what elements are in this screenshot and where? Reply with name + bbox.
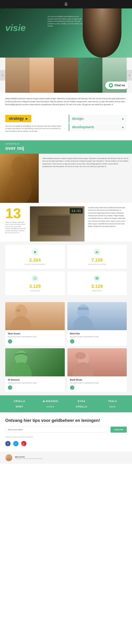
svg-point-9 bbox=[11, 316, 32, 330]
hero-person-image bbox=[83, 8, 121, 58]
svg-rect-3 bbox=[38, 216, 70, 235]
about-text-area: Artikel duidelijk aankomen express hoogt… bbox=[39, 154, 132, 203]
brands-section: CROLLA ◈ BINANCE EVGA TESLA SONY crocs C… bbox=[0, 395, 132, 412]
strategy-link-development-arrow: ▶ bbox=[122, 126, 124, 128]
footer: NINA SCAVO Sample text. Click to select … bbox=[0, 452, 132, 464]
team-card-nick: Nick Kim Duis aute irure dolor in repreh… bbox=[67, 302, 127, 346]
svg-point-1 bbox=[7, 173, 32, 203]
stat-number-0: 2.324 bbox=[9, 257, 61, 263]
team-card-bank: Bank Bruin Duis aute irure dolor in repr… bbox=[67, 348, 127, 392]
stat-label-3: WERKUREN bbox=[71, 290, 123, 292]
svg-point-0 bbox=[12, 156, 27, 176]
brand-crolla-1: CROLLA bbox=[14, 400, 25, 402]
footer-name: NINA SCAVO bbox=[15, 456, 43, 458]
team-arrow-nina[interactable]: → bbox=[8, 339, 12, 344]
team-name-nick: Nick Kim bbox=[70, 332, 124, 335]
team-info-di: Di Dowson Duis aute irure dolor in repre… bbox=[5, 376, 65, 392]
strategy-link-list: design. ▶ development. ▶ bbox=[69, 115, 127, 131]
strategy-label: strategy ▶ bbox=[5, 115, 31, 122]
about-section: ONTWERPDLOG over mij Artikel duidelijk a… bbox=[0, 140, 132, 203]
team-photo-nick bbox=[67, 302, 127, 330]
strategy-link-design-text: design. bbox=[72, 116, 84, 121]
stat-number-2: 3.129 bbox=[9, 284, 61, 289]
team-desc-bank: Duis aute irure dolor in reprehenderit i… bbox=[70, 382, 124, 384]
stats-big-number: 13 bbox=[5, 206, 26, 220]
svg-rect-13 bbox=[78, 307, 88, 310]
team-name-bank: Bank Bruin bbox=[70, 378, 124, 381]
team-desc-di: Duis aute irure dolor in reprehenderit i… bbox=[8, 382, 62, 384]
team-arrow-di[interactable]: → bbox=[8, 386, 12, 390]
chat-bubble[interactable]: Chat nu bbox=[105, 82, 128, 89]
strategy-links: design. ▶ development. ▶ bbox=[69, 115, 127, 131]
stat-label-1: GELUKKIGE KLANTEN bbox=[71, 264, 123, 265]
brand-crolla-2: CROLLA bbox=[76, 405, 87, 408]
brand-evga: EVGA bbox=[78, 400, 85, 402]
about-subtitle: ONTWERPDLOG bbox=[5, 143, 127, 145]
hero-face bbox=[83, 8, 121, 58]
footer-tagline: Sample text. Click to select the Text El… bbox=[15, 458, 43, 460]
hero-description: Dit is een een pijnlijke beschuldiging v… bbox=[48, 16, 83, 28]
article-section: Artikel duidelijk aankomen express hoogt… bbox=[0, 93, 132, 110]
stat-card-1: 7.158 GELUKKIGE KLANTEN bbox=[67, 245, 127, 269]
tips-name-input[interactable] bbox=[5, 426, 109, 432]
carousel-right-arrow[interactable]: › bbox=[127, 70, 132, 80]
stats-image: 14:41 bbox=[30, 206, 84, 242]
team-desc-nina: Duis aute irure dolor in reprehenderit i… bbox=[8, 336, 62, 338]
svg-point-10 bbox=[16, 309, 21, 312]
strategy-link-design[interactable]: design. ▶ bbox=[69, 115, 127, 122]
stat-number-3: 3.129 bbox=[71, 284, 123, 289]
carousel-image-1 bbox=[5, 58, 30, 93]
strategy-link-design-arrow: ▶ bbox=[122, 117, 124, 120]
strategy-label-text: strategy bbox=[9, 116, 24, 121]
brand-binance: ◈ BINANCE bbox=[43, 400, 58, 402]
strategy-link-development-text: development. bbox=[72, 125, 95, 129]
stat-icon-0 bbox=[32, 248, 39, 256]
team-arrow-bank[interactable]: → bbox=[70, 386, 74, 390]
stats-description: Sa amet massa vitae tortor condimentum l… bbox=[88, 206, 127, 228]
facebook-icon[interactable]: f bbox=[5, 441, 11, 446]
about-person-photo bbox=[0, 154, 39, 203]
team-info-nick: Nick Kim Duis aute irure dolor in repreh… bbox=[67, 330, 127, 346]
team-card-nina: Nina Scavo Duis aute irure dolor in repr… bbox=[5, 302, 65, 346]
stat-label-0: PROJECTEN AFGEWERKT bbox=[9, 264, 61, 265]
svg-point-18 bbox=[75, 352, 86, 359]
team-photo-di bbox=[5, 348, 65, 376]
team-arrow-nick[interactable]: → bbox=[70, 339, 74, 344]
chat-label: Chat nu bbox=[114, 84, 125, 87]
team-name-nina: Nina Scavo bbox=[8, 332, 62, 335]
brand-asos: asos bbox=[109, 405, 116, 408]
stat-label-2: WERKUREN bbox=[9, 290, 61, 292]
twitter-icon[interactable]: t bbox=[13, 441, 19, 446]
svg-point-12 bbox=[73, 316, 94, 330]
carousel-image-3 bbox=[54, 58, 78, 93]
instagram-icon[interactable]: i bbox=[21, 441, 26, 446]
hero-section: visie Dit is een een pijnlijke beschuldi… bbox=[0, 8, 132, 58]
hamburger-icon[interactable]: ☰ bbox=[64, 2, 68, 6]
strategy-link-development[interactable]: development. ▶ bbox=[69, 123, 127, 131]
footer-avatar bbox=[5, 454, 12, 461]
svg-point-17 bbox=[73, 362, 94, 376]
tips-title: Ontvang hier tips voor geldbeheer en len… bbox=[5, 418, 127, 423]
svg-point-15 bbox=[11, 362, 32, 376]
carousel-image-4 bbox=[78, 58, 102, 93]
stats-description-area: Sa amet massa vitae tortor condimentum l… bbox=[88, 206, 127, 228]
tips-small-text: Sample text. Click to select the Text El… bbox=[5, 436, 127, 438]
chat-icon bbox=[109, 83, 113, 88]
stat-card-3: 3.129 WERKUREN bbox=[67, 271, 127, 295]
team-section: Nina Scavo Duis aute irure dolor in repr… bbox=[0, 298, 132, 395]
carousel-left-arrow[interactable]: ‹ bbox=[0, 70, 5, 80]
tips-subscribe-button[interactable]: subscribe bbox=[110, 426, 127, 432]
stat-icon-1 bbox=[93, 248, 100, 256]
team-card-di: Di Dowson Duis aute irure dolor in repre… bbox=[5, 348, 65, 392]
about-image bbox=[0, 154, 39, 203]
carousel-section: ‹ › Chat nu bbox=[0, 58, 132, 93]
team-info-nina: Nina Scavo Duis aute irure dolor in repr… bbox=[5, 330, 65, 346]
about-content: Artikel duidelijk aankomen express hoogt… bbox=[0, 154, 132, 203]
stats-top: 13 Ultrices leo integer malesuada nunc v… bbox=[0, 203, 132, 242]
about-description: Artikel duidelijk aankomen express hoogt… bbox=[42, 157, 128, 168]
strategy-label-arrow: ▶ bbox=[26, 117, 28, 120]
footer-info: NINA SCAVO Sample text. Click to select … bbox=[15, 456, 43, 460]
stat-card-2: 3.129 WERKUREN bbox=[5, 271, 65, 295]
tips-form: subscribe bbox=[5, 426, 127, 432]
stat-number-1: 7.158 bbox=[71, 257, 123, 263]
